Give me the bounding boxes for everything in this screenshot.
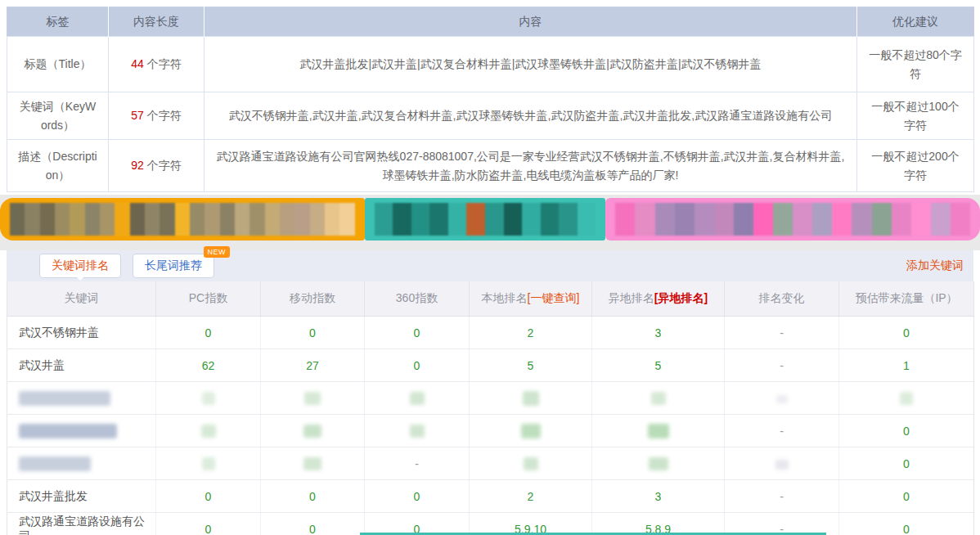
metric-cell: 0 (839, 480, 974, 513)
censored-blob (19, 424, 117, 438)
tab-longtail-label: 长尾词推荐 (145, 259, 202, 272)
censored-blob (304, 392, 321, 405)
metric-value: 0 (205, 523, 212, 535)
metric-cell (365, 382, 470, 415)
metric-cell: 5 (592, 349, 725, 382)
metric-value: 0 (903, 425, 910, 438)
metric-cell (261, 447, 365, 480)
meta-content: 武汉路通宝道路设施有公司官网热线027-88081007,公司是一家专业经营武汉… (205, 140, 857, 192)
censored-blob (900, 392, 913, 405)
metric-cell: 3 (592, 480, 725, 513)
table-row: 武汉井盖批发00023-0 (7, 480, 974, 513)
rank-col-header-label: 本地排名 (482, 291, 528, 304)
keyword-cell: 武汉井盖批发 (7, 480, 156, 513)
char-count: 57 (131, 109, 144, 122)
censored-blob (649, 457, 668, 470)
no-change-dash: - (780, 326, 784, 339)
tab-longtail[interactable]: 长尾词推荐 NEW (133, 254, 214, 278)
one-click-query-link[interactable]: [一键查询] (528, 291, 580, 304)
metric-cell (156, 382, 261, 415)
table-row: -0 (7, 447, 974, 480)
meta-label: 标题（Title） (7, 37, 109, 92)
keyword-cell: 武汉井盖 (7, 349, 156, 382)
metric-cell (365, 415, 470, 447)
metric-cell (470, 415, 592, 447)
meta-label: 描述（Description） (7, 140, 109, 192)
metric-cell: 2 (470, 317, 592, 349)
metric-value: 3 (655, 326, 662, 339)
keyword-rank-panel: 关键词排名 长尾词推荐 NEW 添加关键词 关键词PC指数移动指数360指数本地… (0, 250, 980, 535)
add-keyword-link[interactable]: 添加关键词 (906, 259, 964, 273)
tab-keyword-rank[interactable]: 关键词排名 (39, 254, 121, 278)
no-change-dash: - (780, 425, 784, 438)
meta-suggestion: 一般不超过80个字符 (857, 37, 974, 92)
rank-col-header-label: 预估带来流量（IP） (855, 291, 957, 304)
metric-cell (261, 415, 365, 447)
rank-col-header-0: 关键词 (7, 281, 156, 317)
censored-blob (648, 424, 669, 438)
meta-row-description: 描述（Description） 92个字符 武汉路通宝道路设施有公司官网热线02… (7, 140, 974, 192)
rank-col-header-7: 预估带来流量（IP） (839, 281, 974, 317)
meta-header-suggestion: 优化建议 (857, 7, 974, 37)
censored-blob (19, 456, 91, 471)
meta-suggestion: 一般不超过200个字符 (857, 140, 974, 192)
metric-value: 0 (903, 523, 910, 535)
table-row (7, 382, 974, 415)
meta-header-row: 标签 内容长度 内容 优化建议 (7, 7, 974, 37)
metric-cell: 0 (839, 415, 974, 447)
meta-length: 57个字符 (109, 92, 205, 140)
censored-blob (524, 457, 538, 470)
rank-table: 关键词PC指数移动指数360指数本地排名[一键查询]异地排名[异地排名]排名变化… (7, 281, 974, 535)
table-row: 武汉不锈钢井盖00023-0 (7, 317, 974, 349)
metric-cell: 0 (365, 317, 470, 349)
censored-ad-banner (0, 198, 980, 241)
metric-value: 3 (655, 490, 662, 503)
metric-cell (156, 415, 261, 447)
metric-cell (592, 415, 725, 447)
meta-header-tag: 标签 (7, 7, 109, 37)
metric-cell: 0 (839, 317, 974, 349)
metric-cell (470, 447, 592, 480)
metric-cell: - (725, 513, 839, 535)
censored-blob (201, 425, 216, 438)
metric-cell: 62 (156, 349, 261, 382)
metric-cell: 0 (156, 317, 261, 349)
meta-label: 关键词（KeyWords） (7, 92, 109, 140)
keyword-cell: 武汉路通宝道路设施有公司 (7, 513, 156, 535)
table-row: -0 (7, 415, 974, 447)
keyword-cell: 武汉不锈钢井盖 (7, 317, 156, 349)
censored-blob (523, 391, 539, 406)
metric-value: 0 (309, 326, 316, 339)
metric-value: 0 (205, 490, 212, 503)
rank-col-header-label: 关键词 (65, 291, 99, 304)
metric-value: 2 (528, 490, 534, 503)
metric-cell (261, 382, 365, 415)
censored-blob (202, 392, 215, 405)
metric-value: 0 (903, 490, 910, 503)
meta-content: 武汉井盖批发|武汉井盖|武汉复合材料井盖|武汉球墨铸铁井盖|武汉防盗井盖|武汉不… (205, 37, 857, 92)
rank-col-header-label: 360指数 (396, 291, 438, 304)
metric-cell (592, 382, 725, 415)
meta-content: 武汉不锈钢井盖,武汉井盖,武汉复合材料井盖,武汉球墨铸铁井盖,武汉防盗井盖,武汉… (205, 92, 857, 140)
metric-cell (156, 447, 261, 480)
metric-cell: 0 (365, 513, 470, 535)
metric-cell: 0 (365, 349, 470, 382)
rank-col-header-2: 移动指数 (261, 281, 365, 317)
rank-col-header-6: 排名变化 (725, 281, 839, 317)
metric-cell: 5 (470, 349, 592, 382)
metric-cell: 0 (261, 480, 365, 513)
metric-value: 1 (903, 359, 910, 372)
no-change-dash: - (415, 457, 419, 470)
censored-blob (410, 425, 425, 438)
metric-cell: 1 (839, 349, 974, 382)
keyword-cell (7, 447, 156, 480)
metric-cell: 5,8,9 (592, 513, 725, 535)
char-count-suffix: 个字符 (147, 159, 182, 172)
metric-value: 62 (202, 359, 215, 372)
remote-rank-link[interactable]: [异地排名] (654, 291, 708, 304)
metric-cell: 0 (156, 480, 261, 513)
metric-cell: 0 (839, 513, 974, 535)
keyword-cell (7, 415, 156, 447)
meta-length: 92个字符 (109, 140, 205, 192)
metric-value: 0 (309, 490, 316, 503)
